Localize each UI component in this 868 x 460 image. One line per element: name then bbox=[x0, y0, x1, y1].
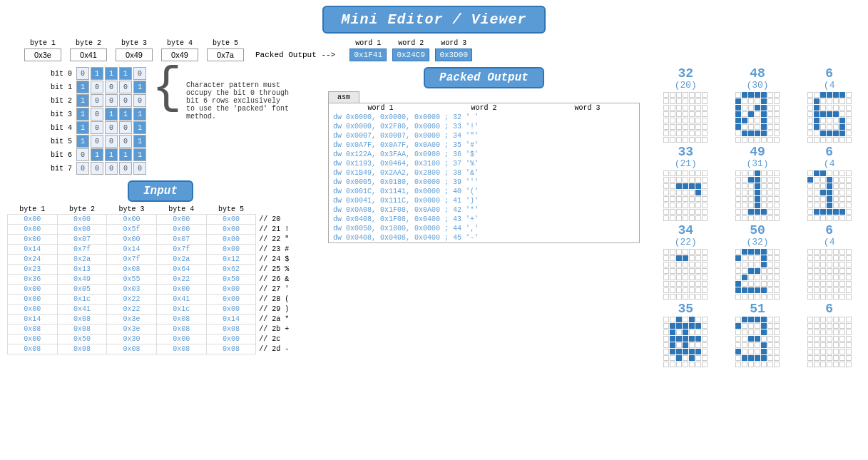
pixel-c9-r3-p4 bbox=[689, 336, 695, 342]
bit-row-label-6: bit 6 bbox=[50, 151, 75, 159]
pixel-c2-r2-p6 bbox=[846, 105, 852, 111]
byte-col-1: byte 1 bbox=[21, 39, 64, 61]
packed-table-row-0: dw 0x0000, 0x0000, 0x0000 ; 32 ' ' bbox=[329, 113, 639, 122]
word-label-3: word 3 bbox=[441, 39, 466, 47]
pixel-c3-r5-p0 bbox=[663, 203, 669, 208]
pixel-c1-r0-p5 bbox=[767, 92, 773, 98]
pixel-c0-r3-p5 bbox=[695, 111, 701, 117]
pixel-c7-r3-p5 bbox=[767, 268, 773, 274]
pixel-c4-r1-p0 bbox=[735, 177, 741, 183]
byte-input-1[interactable] bbox=[24, 48, 61, 61]
pixel-c5-r6-p4 bbox=[833, 209, 839, 215]
byte-input-2[interactable] bbox=[70, 48, 107, 61]
pixel-c8-r5-p6 bbox=[846, 281, 852, 287]
pixel-c6-r1-p2 bbox=[676, 255, 682, 261]
pixel-c0-r7-p1 bbox=[670, 137, 675, 143]
pixel-c4-r3-p3 bbox=[755, 190, 760, 195]
byte-input-4[interactable] bbox=[161, 48, 198, 61]
pixel-c1-r4-p5 bbox=[767, 118, 773, 123]
input-cell-r11-c1: 0x08 bbox=[57, 324, 107, 334]
pixel-c1-r6-p6 bbox=[774, 131, 780, 136]
input-cell-r11-c2: 0x3e bbox=[107, 324, 157, 334]
pixel-c11-r4-p4 bbox=[833, 342, 839, 348]
input-cell-r8-c1: 0x1c bbox=[57, 295, 107, 305]
packed-cell-12: dw 0x0050, 0x1800, 0x0000 ; 44 ',' bbox=[329, 224, 639, 233]
pixel-c10-r2-p1 bbox=[742, 329, 747, 335]
pixel-c11-r5-p5 bbox=[839, 349, 845, 354]
bit-row-label-1: bit 1 bbox=[50, 83, 75, 91]
pixel-c10-r0-p3 bbox=[755, 317, 760, 322]
pixel-c0-r7-p4 bbox=[689, 137, 695, 143]
input-cell-r3-c0: 0x14 bbox=[8, 245, 58, 255]
pixel-c1-r0-p1 bbox=[742, 92, 747, 98]
pixel-c0-r0-p5 bbox=[695, 92, 701, 98]
byte-input-3[interactable] bbox=[116, 48, 153, 61]
pixel-c8-r3-p6 bbox=[846, 268, 852, 274]
pixel-c9-r4-p4 bbox=[689, 342, 695, 348]
pixel-c3-r2-p3 bbox=[683, 183, 688, 189]
pixel-c7-r2-p6 bbox=[774, 262, 780, 267]
pixel-c3-r4-p5 bbox=[695, 196, 701, 202]
bit-cell-r6-c2: 1 bbox=[105, 148, 118, 161]
pixel-c6-r6-p5 bbox=[695, 287, 701, 293]
byte-input-5[interactable] bbox=[207, 48, 244, 61]
pixel-c1-r2-p2 bbox=[748, 105, 754, 111]
pixel-c4-r4-p6 bbox=[774, 196, 780, 202]
packed-table-row-9: dw 0x0041, 0x111C, 0x0000 ; 41 ')' bbox=[329, 196, 639, 205]
pixel-c0-r6-p1 bbox=[670, 131, 675, 136]
pixel-c1-r5-p4 bbox=[761, 124, 767, 130]
input-table-row-1: 0x000x000x5f0x000x00// 21 ! bbox=[8, 225, 314, 235]
middle-section: bit 001110bit 110001bit 210000bit 310111… bbox=[0, 64, 868, 460]
pixel-c4-r7-p5 bbox=[767, 215, 773, 221]
pixel-c11-r1-p0 bbox=[807, 323, 813, 329]
asm-tab[interactable]: asm bbox=[328, 91, 359, 103]
pixel-c4-r0-p1 bbox=[742, 170, 747, 176]
pixel-c8-r1-p0 bbox=[807, 255, 813, 261]
char-grid-6 bbox=[663, 249, 708, 300]
input-cell-r6-c2: 0x55 bbox=[107, 275, 157, 285]
pixel-c10-r7-p2 bbox=[748, 362, 754, 367]
pixel-c1-r4-p3 bbox=[755, 118, 760, 123]
pixel-c0-r1-p2 bbox=[676, 98, 682, 104]
packed-cell-3: dw 0x0A7F, 0x0A7F, 0x0A00 ; 35 '#' bbox=[329, 140, 639, 150]
input-cell-r8-c2: 0x22 bbox=[107, 295, 157, 305]
input-cell-r13-c1: 0x08 bbox=[57, 344, 107, 354]
pixel-c7-r0-p0 bbox=[735, 249, 741, 255]
pixel-c4-r7-p1 bbox=[742, 215, 747, 221]
pixel-c9-r2-p0 bbox=[663, 329, 669, 335]
pixel-c8-r2-p5 bbox=[839, 262, 845, 267]
pixel-c7-r1-p3 bbox=[755, 255, 760, 261]
pixel-c0-r7-p6 bbox=[702, 137, 708, 143]
pixel-c10-r6-p1 bbox=[742, 355, 747, 361]
pixel-c10-r0-p6 bbox=[774, 317, 780, 322]
pixel-c2-r1-p6 bbox=[846, 98, 852, 104]
input-col-header-3: byte 3 bbox=[107, 205, 157, 215]
pixel-c2-r4-p5 bbox=[839, 118, 845, 123]
pixel-c1-r2-p4 bbox=[761, 105, 767, 111]
pixel-c2-r3-p4 bbox=[833, 111, 839, 117]
pixel-c1-r3-p2 bbox=[748, 111, 754, 117]
pixel-c7-r2-p4 bbox=[761, 262, 767, 267]
pixel-c11-r0-p5 bbox=[839, 317, 845, 322]
pixel-c8-r7-p4 bbox=[833, 294, 839, 300]
pixel-c6-r6-p0 bbox=[663, 287, 669, 293]
input-cell-r10-c3: 0x08 bbox=[156, 315, 206, 324]
pixel-c7-r6-p4 bbox=[761, 287, 767, 293]
input-cell-r0-c2: 0x00 bbox=[107, 215, 157, 225]
pixel-c6-r6-p2 bbox=[676, 287, 682, 293]
char-num-9: 35 bbox=[678, 302, 694, 315]
pixel-c3-r7-p3 bbox=[683, 215, 688, 221]
pixel-c7-r6-p5 bbox=[767, 287, 773, 293]
char-grid-0 bbox=[663, 92, 708, 143]
packed-table-row-6: dw 0x1B49, 0x2AA2, 0x2800 ; 38 '&' bbox=[329, 168, 639, 178]
bit-cell-r6-c4: 1 bbox=[133, 148, 146, 161]
pixel-c6-r4-p0 bbox=[663, 275, 669, 280]
char-preview-1: 48(30) bbox=[723, 67, 792, 143]
bit-cell-r7-c2: 0 bbox=[105, 162, 118, 175]
pixel-c9-r7-p5 bbox=[695, 362, 701, 367]
input-cell-r7-c4: 0x00 bbox=[206, 285, 256, 295]
bit-cell-r2-c1: 0 bbox=[91, 94, 103, 107]
pixel-c11-r5-p4 bbox=[833, 349, 839, 354]
bit-cell-r3-c4: 1 bbox=[133, 108, 146, 121]
char-preview-8: 6(4 bbox=[795, 224, 864, 300]
